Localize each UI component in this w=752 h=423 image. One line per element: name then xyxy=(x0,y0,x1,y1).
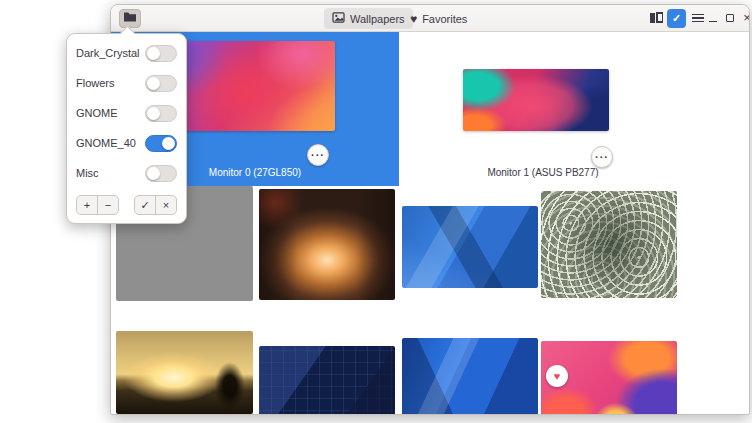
minimize-button[interactable] xyxy=(705,10,721,26)
folder-row: GNOME xyxy=(76,98,177,128)
monitor-selector-row: ··· Monitor 0 (27GL850) ··· Monitor 1 (A… xyxy=(111,32,750,186)
maximize-icon xyxy=(726,14,734,22)
monitor-1-options-button[interactable]: ··· xyxy=(591,146,613,168)
monitor-1-wallpaper-preview[interactable] xyxy=(463,69,609,131)
popover-action-bar: + − ✓ × xyxy=(76,195,177,215)
add-folder-button[interactable]: + xyxy=(76,195,98,215)
remove-folder-button[interactable]: − xyxy=(97,195,119,215)
folder-row: Flowers xyxy=(76,68,177,98)
close-icon: × xyxy=(743,11,750,25)
folder-name: Dark_Crystal xyxy=(76,47,140,59)
wallpaper-thumbnail-savanna-sunrise[interactable] xyxy=(116,331,253,414)
image-icon xyxy=(332,12,345,25)
folder-name: GNOME xyxy=(76,107,118,119)
tab-favorites-label: Favorites xyxy=(422,13,467,25)
wallpaper-thumbnail-blue-polygons-bright[interactable] xyxy=(402,338,538,415)
plus-icon: + xyxy=(84,199,90,211)
tab-favorites[interactable]: ♥ Favorites xyxy=(402,8,475,29)
toggle-knob xyxy=(162,137,175,150)
heart-icon: ♥ xyxy=(410,12,417,26)
close-icon: × xyxy=(163,199,169,211)
check-icon: ✓ xyxy=(672,12,681,25)
monitor-1-label: Monitor 1 (ASUS PB277) xyxy=(399,167,687,178)
more-icon: ··· xyxy=(595,151,609,163)
folder-row: Dark_Crystal xyxy=(76,38,177,68)
hamburger-menu-icon xyxy=(692,11,704,26)
folder-chooser-button[interactable] xyxy=(119,9,141,28)
wallpaper-thumbnail-blue-polygons[interactable] xyxy=(402,206,538,288)
monitor-0-wallpaper-preview[interactable] xyxy=(175,41,335,131)
more-icon: ··· xyxy=(311,149,325,161)
desktop-background: Wallpapers ♥ Favorites ✓ xyxy=(0,0,752,423)
wallpaper-thumbnail-forest-path[interactable] xyxy=(259,189,395,300)
folder-name: Misc xyxy=(76,167,99,179)
cancel-button[interactable]: × xyxy=(155,195,177,215)
wallpaper-thumbnail-aerial-forest[interactable] xyxy=(541,191,677,298)
favorite-badge[interactable]: ♥ xyxy=(546,365,568,387)
app-window: Wallpapers ♥ Favorites ✓ xyxy=(110,4,750,415)
tab-wallpapers-label: Wallpapers xyxy=(350,13,405,25)
toggle-knob xyxy=(147,107,160,120)
close-button[interactable]: × xyxy=(739,10,750,26)
folder-name: GNOME_40 xyxy=(76,137,136,149)
maximize-button[interactable] xyxy=(722,10,738,26)
folder-toggle[interactable] xyxy=(145,45,177,62)
folder-toggle[interactable] xyxy=(145,75,177,92)
toggle-knob xyxy=(147,167,160,180)
minus-icon: − xyxy=(105,199,111,211)
header-bar: Wallpapers ♥ Favorites ✓ xyxy=(111,5,749,32)
folder-icon xyxy=(123,11,137,26)
folder-row: Misc xyxy=(76,158,177,188)
wallpaper-thumbnail-colorful-abstract[interactable]: ♥ xyxy=(541,341,677,415)
check-icon: ✓ xyxy=(140,199,149,211)
heart-icon: ♥ xyxy=(554,371,561,382)
toggle-knob xyxy=(147,47,160,60)
dual-monitor-icon xyxy=(649,11,663,26)
folder-popover: Dark_Crystal Flowers GNOME GNOME_40 Misc… xyxy=(66,33,187,224)
wallpaper-thumbnail-dark-blue-pattern[interactable] xyxy=(259,346,395,415)
folder-toggle[interactable] xyxy=(145,135,177,152)
folder-name: Flowers xyxy=(76,77,115,89)
folder-toggle[interactable] xyxy=(145,165,177,182)
folder-toggle[interactable] xyxy=(145,105,177,122)
monitor-0-options-button[interactable]: ··· xyxy=(307,144,329,166)
monitor-layout-button[interactable] xyxy=(646,9,665,28)
monitor-cell-1[interactable]: ··· Monitor 1 (ASUS PB277) xyxy=(399,32,687,186)
confirm-button[interactable]: ✓ xyxy=(134,195,156,215)
folder-row: GNOME_40 xyxy=(76,128,177,158)
apply-wallpapers-button[interactable]: ✓ xyxy=(667,9,686,28)
toggle-knob xyxy=(147,77,160,90)
tab-wallpapers[interactable]: Wallpapers xyxy=(324,8,413,29)
minimize-icon xyxy=(709,15,717,22)
